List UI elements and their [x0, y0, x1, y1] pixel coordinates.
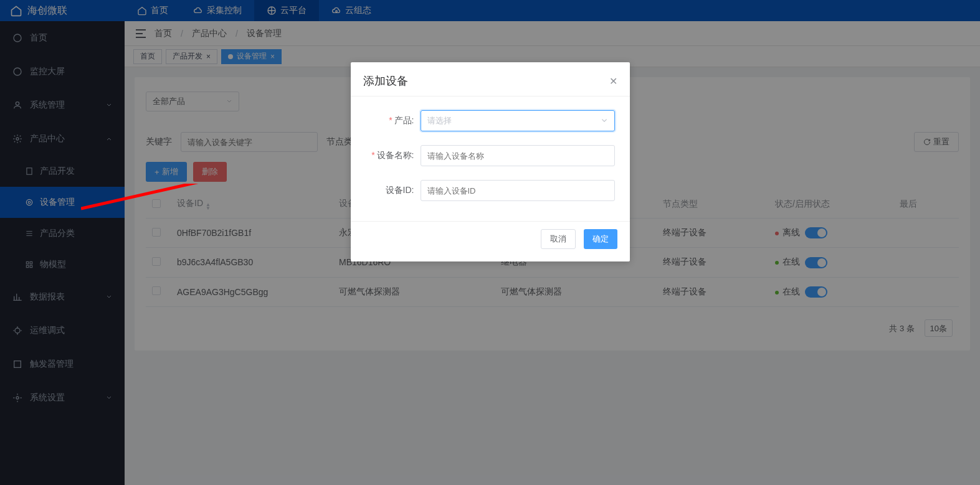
- close-icon[interactable]: ✕: [609, 75, 617, 87]
- select-placeholder: 请选择: [427, 115, 452, 126]
- modal-body: *产品: 请选择 *设备名称: 设备ID:: [351, 97, 630, 221]
- field-label: 设备ID:: [386, 185, 414, 195]
- modal-footer: 取消 确定: [351, 221, 630, 261]
- cancel-button[interactable]: 取消: [541, 229, 576, 249]
- modal-title: 添加设备: [363, 73, 408, 88]
- field-label: 产品:: [394, 115, 414, 125]
- modal-header: 添加设备 ✕: [351, 62, 630, 97]
- button-label: 确定: [592, 233, 609, 245]
- device-name-input[interactable]: [421, 145, 615, 166]
- button-label: 取消: [550, 233, 566, 245]
- add-device-modal: 添加设备 ✕ *产品: 请选择 *设备名称: 设备ID: 取消 确定: [351, 62, 630, 261]
- field-label: 设备名称:: [377, 150, 414, 160]
- ok-button[interactable]: 确定: [584, 229, 617, 249]
- product-select[interactable]: 请选择: [421, 110, 615, 131]
- chevron-down-icon: [601, 117, 608, 125]
- device-id-input[interactable]: [421, 180, 615, 201]
